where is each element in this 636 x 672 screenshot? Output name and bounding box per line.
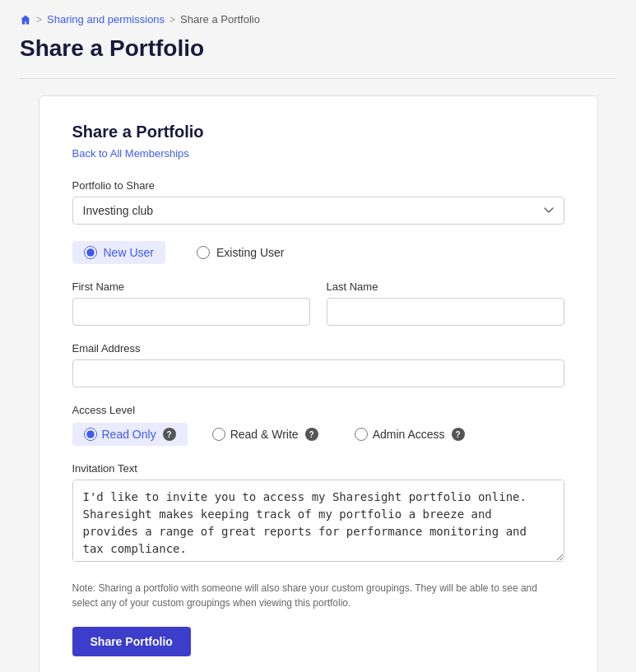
existing-user-option[interactable]: Existing User	[185, 241, 295, 264]
email-input[interactable]	[72, 359, 564, 387]
first-name-col: First Name	[72, 280, 310, 326]
email-group: Email Address	[72, 342, 564, 387]
access-level-label: Access Level	[72, 404, 564, 416]
last-name-col: Last Name	[327, 280, 564, 326]
existing-user-label: Existing User	[216, 246, 284, 259]
page-divider	[20, 78, 616, 79]
new-user-option[interactable]: New User	[72, 241, 165, 264]
read-only-help-icon[interactable]: ?	[163, 428, 176, 441]
share-portfolio-button[interactable]: Share Portfolio	[72, 627, 191, 656]
portfolio-group: Portfolio to Share Investing club	[72, 179, 564, 225]
new-user-label: New User	[104, 246, 154, 259]
existing-user-radio[interactable]	[197, 246, 210, 259]
admin-radio[interactable]	[355, 428, 368, 441]
first-name-label: First Name	[72, 280, 310, 293]
last-name-label: Last Name	[327, 280, 564, 293]
portfolio-label: Portfolio to Share	[72, 179, 564, 192]
access-group: Access Level Read Only ? Read & Write ? …	[72, 404, 564, 446]
breadcrumb-current: Share a Portfolio	[180, 13, 260, 25]
breadcrumb-sep-1: >	[36, 14, 42, 25]
page-title: Share a Portfolio	[20, 35, 616, 62]
new-user-radio[interactable]	[84, 246, 97, 259]
breadcrumb-home-link[interactable]	[20, 14, 31, 25]
back-link[interactable]: Back to All Memberships	[72, 147, 189, 160]
breadcrumb: > Sharing and permissions > Share a Port…	[20, 13, 616, 25]
read-write-radio[interactable]	[212, 428, 225, 441]
admin-access-option[interactable]: Admin Access ?	[343, 423, 476, 446]
first-name-input[interactable]	[72, 298, 310, 326]
invitation-label: Invitation Text	[72, 462, 564, 475]
admin-help-icon[interactable]: ?	[452, 428, 465, 441]
read-only-label: Read Only	[102, 428, 156, 441]
invitation-textarea[interactable]: I'd like to invite you to access my Shar…	[72, 480, 564, 562]
breadcrumb-sep-2: >	[169, 14, 175, 25]
email-label: Email Address	[72, 342, 564, 355]
read-write-help-icon[interactable]: ?	[305, 428, 318, 441]
home-icon	[20, 14, 31, 25]
read-only-option[interactable]: Read Only ?	[72, 423, 188, 446]
user-type-group: New User Existing User	[72, 241, 564, 264]
note-text: Note: Sharing a portfolio with someone w…	[72, 581, 564, 610]
page-wrapper: > Sharing and permissions > Share a Port…	[0, 0, 636, 672]
portfolio-select[interactable]: Investing club	[72, 197, 564, 225]
read-write-option[interactable]: Read & Write ?	[201, 423, 330, 446]
last-name-input[interactable]	[327, 298, 564, 326]
read-only-radio[interactable]	[84, 428, 97, 441]
share-portfolio-card: Share a Portfolio Back to All Membership…	[39, 95, 598, 672]
read-write-label: Read & Write	[230, 428, 299, 441]
name-row: First Name Last Name	[72, 280, 564, 326]
access-options: Read Only ? Read & Write ? Admin Access …	[72, 423, 564, 446]
card-title: Share a Portfolio	[72, 123, 564, 141]
invitation-group: Invitation Text I'd like to invite you t…	[72, 462, 564, 564]
breadcrumb-sharing-link[interactable]: Sharing and permissions	[47, 13, 165, 25]
admin-label: Admin Access	[373, 428, 445, 441]
